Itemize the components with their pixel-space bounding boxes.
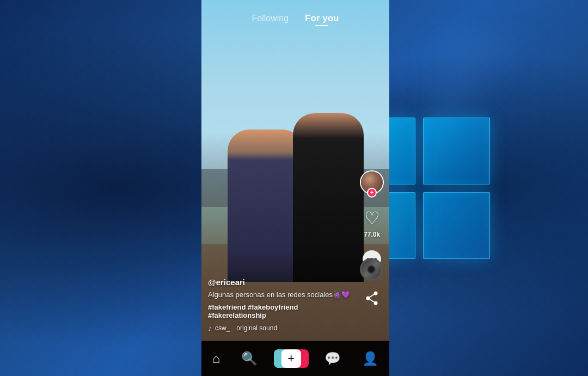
windows-pane-tr [423,118,490,184]
inbox-icon: 💬 [324,351,341,366]
windows-pane-br [423,192,490,259]
follow-plus-button[interactable]: + [367,188,377,198]
right-sidebar: + ♡ 77.0k 157 [360,170,384,311]
video-caption: Algunas personas en las redes sociales🍇💜 [208,290,354,300]
heart-icon: ♡ [364,208,380,229]
video-hashtags: #fakefriend #fakeboyfriend #fakerelation… [208,303,354,319]
add-button-container: + [274,349,309,368]
like-count: 77.0k [364,231,380,238]
creator-username[interactable]: @ericeari [208,278,354,287]
music-note-icon: ♪ [208,324,212,332]
share-button[interactable] [361,289,383,311]
svg-line-4 [370,299,374,302]
music-disc[interactable] [360,258,383,281]
following-tab[interactable]: Following [252,14,289,23]
nav-home[interactable]: ⌂ [207,348,226,369]
svg-point-0 [374,291,378,295]
heart-icon-container: ♡ [361,207,383,229]
share-icon [364,290,380,310]
person-right [293,113,364,282]
nav-add[interactable]: + [274,349,309,368]
nav-search[interactable]: 🔍 [236,348,263,369]
person-left [228,130,304,282]
home-icon: ⌂ [212,351,220,366]
music-info[interactable]: ♪ csw_ original sound [208,324,354,332]
share-icon-container [361,289,383,311]
bottom-navigation: ⌂ 🔍 + 💬 👤 [201,341,389,376]
music-artist: csw_ [215,324,230,332]
nav-inbox[interactable]: 💬 [319,348,346,369]
svg-point-2 [374,301,378,305]
search-icon: 🔍 [241,351,258,366]
plus-center-button: + [281,349,301,368]
svg-line-3 [370,294,374,297]
music-track: original sound [236,324,277,332]
svg-point-1 [366,296,370,300]
top-navigation: Following For you [201,0,389,33]
creator-avatar[interactable]: + [360,170,384,194]
like-button[interactable]: ♡ 77.0k [361,207,383,238]
nav-profile[interactable]: 👤 [357,348,384,369]
tiktok-app: Following For you + ♡ 77.0k [201,0,389,376]
video-info: @ericeari Algunas personas en las redes … [208,278,354,332]
foryou-tab[interactable]: For you [305,13,339,24]
profile-icon: 👤 [362,351,378,366]
